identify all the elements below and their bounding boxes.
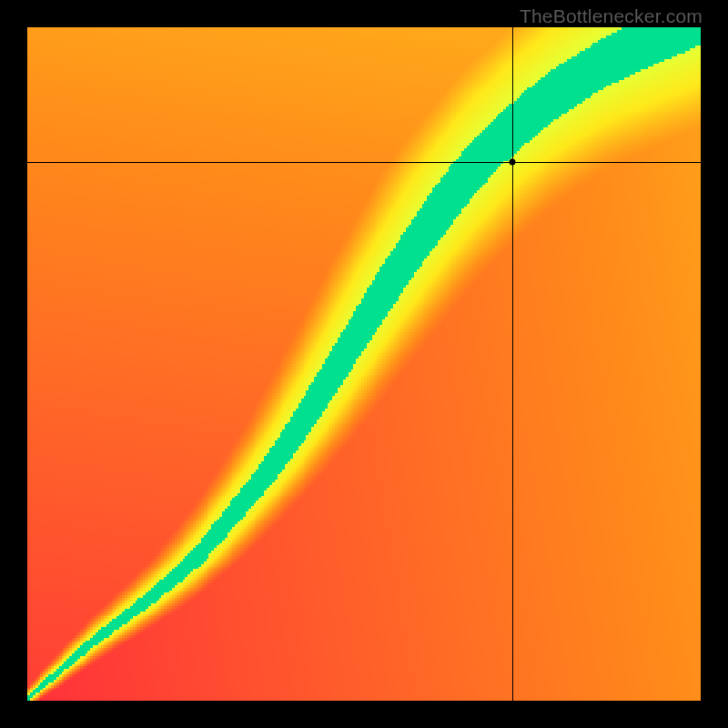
chart-container: TheBottlenecker.com [0,0,728,728]
crosshair-vertical-line [512,27,513,701]
crosshair-horizontal-line [27,162,701,163]
bottleneck-heatmap [27,27,701,701]
plot-area [27,27,701,701]
watermark-text: TheBottlenecker.com [520,5,703,27]
crosshair-point [509,159,515,166]
